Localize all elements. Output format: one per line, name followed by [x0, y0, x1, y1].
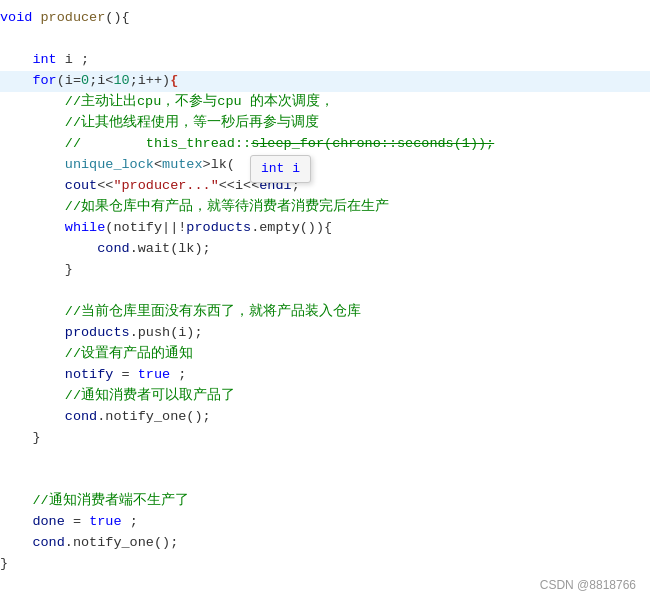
code-line: } [0, 554, 650, 575]
keyword-void: void [0, 10, 32, 25]
code-line: products.push(i); [0, 323, 650, 344]
code-line: // this_thread::sleep_for(chrono::second… [0, 134, 650, 155]
code-line: cout<<"producer..."<<i<<endl; [0, 176, 650, 197]
tooltip-text: int i [261, 161, 300, 176]
code-line: //通知消费者可以取产品了 [0, 386, 650, 407]
code-line: cond.wait(lk); [0, 239, 650, 260]
code-line: done = true ; [0, 512, 650, 533]
code-line [0, 281, 650, 302]
code-line: //设置有产品的通知 [0, 344, 650, 365]
code-line [0, 470, 650, 491]
tooltip-container: int i [250, 155, 311, 183]
code-line: notify = true ; [0, 365, 650, 386]
code-line: //让其他线程使用，等一秒后再参与调度 [0, 113, 650, 134]
code-line: //如果仓库中有产品，就等待消费者消费完后在生产 [0, 197, 650, 218]
code-line: cond.notify_one(); [0, 407, 650, 428]
code-line-unique-lock: unique_lock<mutex>lk( int i [0, 155, 650, 176]
code-line: cond.notify_one(); [0, 533, 650, 554]
code-line: } [0, 428, 650, 449]
code-editor: void producer(){ int i ; for(i=0;i<10;i+… [0, 0, 650, 605]
keyword-for: for [32, 73, 56, 88]
code-line: //当前仓库里面没有东西了，就将产品装入仓库 [0, 302, 650, 323]
tooltip: int i [250, 155, 311, 183]
code-line: void producer(){ [0, 8, 650, 29]
code-line: //通知消费者端不生产了 [0, 491, 650, 512]
watermark: CSDN @8818766 [540, 576, 636, 595]
code-line [0, 449, 650, 470]
function-producer: producer [41, 10, 106, 25]
code-line: } [0, 260, 650, 281]
code-line: for(i=0;i<10;i++){ [0, 71, 650, 92]
keyword-int: int [32, 52, 56, 67]
code-line [0, 29, 650, 50]
code-line: //主动让出cpu，不参与cpu 的本次调度， [0, 92, 650, 113]
code-line: while(notify||!products.empty()){ [0, 218, 650, 239]
code-line: int i ; [0, 50, 650, 71]
